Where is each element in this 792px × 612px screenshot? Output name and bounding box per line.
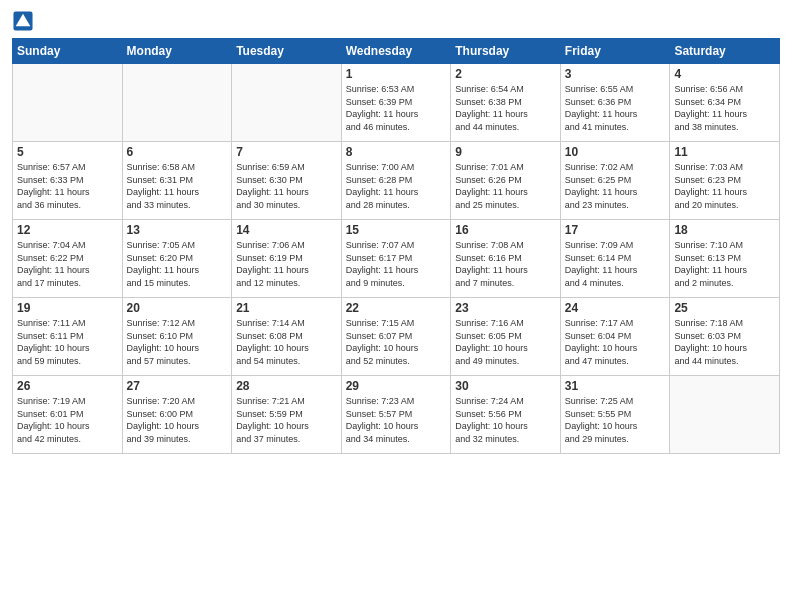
day-cell: 23Sunrise: 7:16 AM Sunset: 6:05 PM Dayli… (451, 298, 561, 376)
day-info: Sunrise: 7:20 AM Sunset: 6:00 PM Dayligh… (127, 395, 228, 445)
day-info: Sunrise: 7:09 AM Sunset: 6:14 PM Dayligh… (565, 239, 666, 289)
day-cell: 10Sunrise: 7:02 AM Sunset: 6:25 PM Dayli… (560, 142, 670, 220)
day-info: Sunrise: 7:03 AM Sunset: 6:23 PM Dayligh… (674, 161, 775, 211)
day-number: 4 (674, 67, 775, 81)
day-cell: 5Sunrise: 6:57 AM Sunset: 6:33 PM Daylig… (13, 142, 123, 220)
day-cell: 20Sunrise: 7:12 AM Sunset: 6:10 PM Dayli… (122, 298, 232, 376)
calendar-header: SundayMondayTuesdayWednesdayThursdayFrid… (13, 39, 780, 64)
day-number: 28 (236, 379, 337, 393)
day-info: Sunrise: 7:21 AM Sunset: 5:59 PM Dayligh… (236, 395, 337, 445)
day-info: Sunrise: 7:00 AM Sunset: 6:28 PM Dayligh… (346, 161, 447, 211)
day-number: 23 (455, 301, 556, 315)
header (12, 10, 780, 32)
day-cell: 14Sunrise: 7:06 AM Sunset: 6:19 PM Dayli… (232, 220, 342, 298)
day-cell: 19Sunrise: 7:11 AM Sunset: 6:11 PM Dayli… (13, 298, 123, 376)
day-number: 22 (346, 301, 447, 315)
day-cell: 6Sunrise: 6:58 AM Sunset: 6:31 PM Daylig… (122, 142, 232, 220)
day-cell (122, 64, 232, 142)
day-cell: 26Sunrise: 7:19 AM Sunset: 6:01 PM Dayli… (13, 376, 123, 454)
day-info: Sunrise: 7:15 AM Sunset: 6:07 PM Dayligh… (346, 317, 447, 367)
day-number: 14 (236, 223, 337, 237)
day-cell: 11Sunrise: 7:03 AM Sunset: 6:23 PM Dayli… (670, 142, 780, 220)
day-header-wednesday: Wednesday (341, 39, 451, 64)
day-info: Sunrise: 6:54 AM Sunset: 6:38 PM Dayligh… (455, 83, 556, 133)
calendar-body: 1Sunrise: 6:53 AM Sunset: 6:39 PM Daylig… (13, 64, 780, 454)
day-cell: 29Sunrise: 7:23 AM Sunset: 5:57 PM Dayli… (341, 376, 451, 454)
day-cell: 16Sunrise: 7:08 AM Sunset: 6:16 PM Dayli… (451, 220, 561, 298)
day-info: Sunrise: 7:19 AM Sunset: 6:01 PM Dayligh… (17, 395, 118, 445)
day-number: 2 (455, 67, 556, 81)
day-header-tuesday: Tuesday (232, 39, 342, 64)
day-number: 15 (346, 223, 447, 237)
day-cell: 3Sunrise: 6:55 AM Sunset: 6:36 PM Daylig… (560, 64, 670, 142)
week-row-1: 5Sunrise: 6:57 AM Sunset: 6:33 PM Daylig… (13, 142, 780, 220)
day-cell: 7Sunrise: 6:59 AM Sunset: 6:30 PM Daylig… (232, 142, 342, 220)
logo (12, 10, 36, 32)
day-cell: 17Sunrise: 7:09 AM Sunset: 6:14 PM Dayli… (560, 220, 670, 298)
day-cell (670, 376, 780, 454)
day-cell: 15Sunrise: 7:07 AM Sunset: 6:17 PM Dayli… (341, 220, 451, 298)
day-info: Sunrise: 7:01 AM Sunset: 6:26 PM Dayligh… (455, 161, 556, 211)
day-info: Sunrise: 7:18 AM Sunset: 6:03 PM Dayligh… (674, 317, 775, 367)
day-header-friday: Friday (560, 39, 670, 64)
day-info: Sunrise: 6:57 AM Sunset: 6:33 PM Dayligh… (17, 161, 118, 211)
day-info: Sunrise: 7:07 AM Sunset: 6:17 PM Dayligh… (346, 239, 447, 289)
day-header-thursday: Thursday (451, 39, 561, 64)
day-info: Sunrise: 6:59 AM Sunset: 6:30 PM Dayligh… (236, 161, 337, 211)
day-number: 6 (127, 145, 228, 159)
day-info: Sunrise: 7:23 AM Sunset: 5:57 PM Dayligh… (346, 395, 447, 445)
day-cell (13, 64, 123, 142)
day-number: 24 (565, 301, 666, 315)
day-number: 8 (346, 145, 447, 159)
day-number: 18 (674, 223, 775, 237)
day-info: Sunrise: 7:05 AM Sunset: 6:20 PM Dayligh… (127, 239, 228, 289)
header-row: SundayMondayTuesdayWednesdayThursdayFrid… (13, 39, 780, 64)
day-number: 9 (455, 145, 556, 159)
day-header-monday: Monday (122, 39, 232, 64)
day-number: 11 (674, 145, 775, 159)
logo-icon (12, 10, 34, 32)
day-cell (232, 64, 342, 142)
day-cell: 13Sunrise: 7:05 AM Sunset: 6:20 PM Dayli… (122, 220, 232, 298)
day-number: 26 (17, 379, 118, 393)
day-number: 27 (127, 379, 228, 393)
day-cell: 22Sunrise: 7:15 AM Sunset: 6:07 PM Dayli… (341, 298, 451, 376)
day-info: Sunrise: 6:55 AM Sunset: 6:36 PM Dayligh… (565, 83, 666, 133)
day-info: Sunrise: 7:02 AM Sunset: 6:25 PM Dayligh… (565, 161, 666, 211)
day-number: 10 (565, 145, 666, 159)
day-cell: 2Sunrise: 6:54 AM Sunset: 6:38 PM Daylig… (451, 64, 561, 142)
week-row-4: 26Sunrise: 7:19 AM Sunset: 6:01 PM Dayli… (13, 376, 780, 454)
day-cell: 27Sunrise: 7:20 AM Sunset: 6:00 PM Dayli… (122, 376, 232, 454)
day-number: 20 (127, 301, 228, 315)
day-info: Sunrise: 7:04 AM Sunset: 6:22 PM Dayligh… (17, 239, 118, 289)
day-info: Sunrise: 7:10 AM Sunset: 6:13 PM Dayligh… (674, 239, 775, 289)
day-cell: 24Sunrise: 7:17 AM Sunset: 6:04 PM Dayli… (560, 298, 670, 376)
day-cell: 18Sunrise: 7:10 AM Sunset: 6:13 PM Dayli… (670, 220, 780, 298)
day-number: 13 (127, 223, 228, 237)
day-number: 3 (565, 67, 666, 81)
day-info: Sunrise: 7:08 AM Sunset: 6:16 PM Dayligh… (455, 239, 556, 289)
day-info: Sunrise: 7:14 AM Sunset: 6:08 PM Dayligh… (236, 317, 337, 367)
week-row-0: 1Sunrise: 6:53 AM Sunset: 6:39 PM Daylig… (13, 64, 780, 142)
calendar-table: SundayMondayTuesdayWednesdayThursdayFrid… (12, 38, 780, 454)
day-number: 29 (346, 379, 447, 393)
day-info: Sunrise: 7:25 AM Sunset: 5:55 PM Dayligh… (565, 395, 666, 445)
day-cell: 21Sunrise: 7:14 AM Sunset: 6:08 PM Dayli… (232, 298, 342, 376)
day-info: Sunrise: 7:17 AM Sunset: 6:04 PM Dayligh… (565, 317, 666, 367)
day-cell: 4Sunrise: 6:56 AM Sunset: 6:34 PM Daylig… (670, 64, 780, 142)
day-info: Sunrise: 6:56 AM Sunset: 6:34 PM Dayligh… (674, 83, 775, 133)
day-cell: 8Sunrise: 7:00 AM Sunset: 6:28 PM Daylig… (341, 142, 451, 220)
day-cell: 28Sunrise: 7:21 AM Sunset: 5:59 PM Dayli… (232, 376, 342, 454)
day-number: 25 (674, 301, 775, 315)
day-cell: 30Sunrise: 7:24 AM Sunset: 5:56 PM Dayli… (451, 376, 561, 454)
day-number: 7 (236, 145, 337, 159)
day-info: Sunrise: 6:53 AM Sunset: 6:39 PM Dayligh… (346, 83, 447, 133)
day-number: 12 (17, 223, 118, 237)
day-cell: 25Sunrise: 7:18 AM Sunset: 6:03 PM Dayli… (670, 298, 780, 376)
day-cell: 12Sunrise: 7:04 AM Sunset: 6:22 PM Dayli… (13, 220, 123, 298)
day-cell: 9Sunrise: 7:01 AM Sunset: 6:26 PM Daylig… (451, 142, 561, 220)
day-number: 30 (455, 379, 556, 393)
day-header-saturday: Saturday (670, 39, 780, 64)
day-cell: 31Sunrise: 7:25 AM Sunset: 5:55 PM Dayli… (560, 376, 670, 454)
day-info: Sunrise: 6:58 AM Sunset: 6:31 PM Dayligh… (127, 161, 228, 211)
